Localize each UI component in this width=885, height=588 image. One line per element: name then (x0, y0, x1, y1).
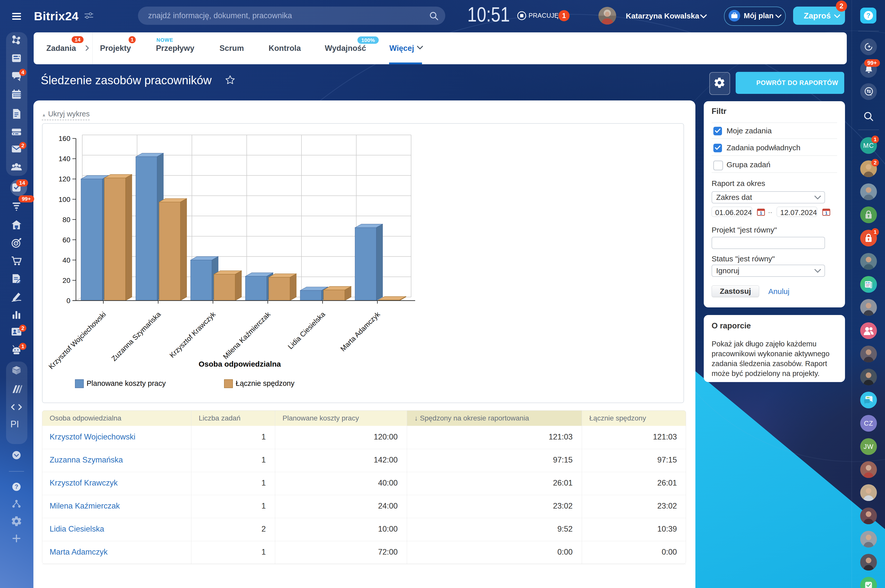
svg-text:1: 1 (825, 211, 827, 215)
svg-text:Osoba odpowiedzialna: Osoba odpowiedzialna (198, 360, 281, 368)
svg-text:60: 60 (63, 236, 71, 244)
svg-text:120: 120 (59, 175, 71, 183)
svg-text:100: 100 (59, 196, 71, 203)
svg-text:Planowane koszty pracy: Planowane koszty pracy (87, 379, 166, 387)
svg-text:?: ? (15, 483, 18, 490)
svg-text:1: 1 (760, 211, 762, 215)
svg-text:160: 160 (59, 135, 71, 142)
svg-text:20: 20 (63, 276, 71, 284)
svg-text:40: 40 (63, 256, 71, 264)
svg-text:?: ? (867, 12, 871, 19)
svg-text:Łącznie spędzony: Łącznie spędzony (236, 379, 294, 387)
svg-text:140: 140 (59, 155, 71, 163)
svg-text:80: 80 (63, 216, 71, 224)
svg-text:0: 0 (66, 297, 71, 304)
